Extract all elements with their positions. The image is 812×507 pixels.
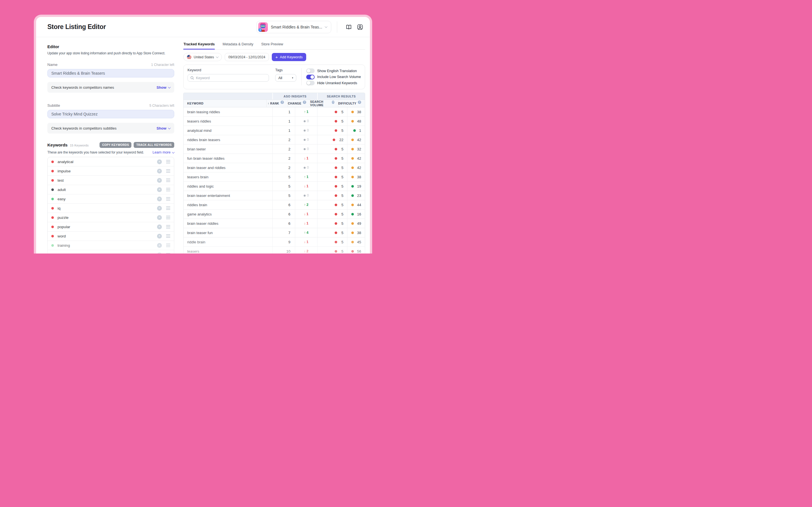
rank-header-label: RANK (270, 102, 279, 105)
remove-keyword-button[interactable]: ✕ (157, 243, 162, 248)
keyword-status-dot (51, 207, 54, 210)
keyword-label: puzzle (57, 216, 157, 220)
sort-arrow-icon[interactable]: ↑ (267, 102, 269, 105)
difficulty-value: 19 (357, 184, 361, 188)
row-keyword: brain teaser and riddles (184, 163, 272, 172)
remove-keyword-button[interactable]: ✕ (157, 187, 162, 192)
competitor-subtitles-panel: Check keywords in competitors subtitles … (47, 123, 174, 133)
group-header-search-results: SEARCH RESULTS (317, 93, 365, 100)
row-search-volume: 5 (317, 237, 347, 246)
country-label: United States (194, 55, 214, 59)
remove-keyword-button[interactable]: ✕ (157, 196, 162, 202)
filter-pill-row: United States 09/03/2024 - 12/01/2024 + … (183, 53, 365, 61)
country-selector[interactable]: United States (183, 53, 222, 61)
search-volume-info-icon[interactable]: ? (332, 101, 335, 104)
remove-keyword-button[interactable]: ✕ (157, 234, 162, 238)
tab-metadata-density[interactable]: Metadata & Density (222, 42, 253, 49)
account-button[interactable] (355, 22, 365, 32)
drag-handle-icon[interactable] (166, 243, 170, 247)
change-neutral-dot-icon (304, 167, 306, 169)
drag-handle-icon[interactable] (166, 159, 170, 164)
toggle-off-icon (306, 68, 315, 73)
remove-keyword-button[interactable]: ✕ (157, 178, 162, 183)
tab-store-preview[interactable]: Store Preview (261, 42, 284, 49)
row-keyword: riddles and logic (184, 182, 272, 191)
search-volume-value: 5 (342, 175, 343, 179)
remove-keyword-button[interactable]: ✕ (157, 252, 162, 253)
search-volume-dot (335, 129, 337, 132)
subtitle-input[interactable]: Solve Tricky Mind Quizzez (47, 110, 174, 118)
drag-handle-icon[interactable] (166, 169, 170, 173)
change-value: 1 (306, 184, 308, 188)
show-competitor-names-button[interactable]: Show (156, 86, 170, 90)
app-selector-dropdown[interactable]: A Smart Riddles & Brain Teas... (256, 21, 331, 33)
learn-more-label: Learn more (153, 151, 170, 154)
difficulty-value: 23 (357, 193, 361, 198)
keywords-header: Keywords 15 Keywords COPY KEYWORDS TRACK… (47, 142, 174, 148)
search-volume-value: 5 (342, 221, 343, 226)
difficulty-dot (351, 166, 354, 169)
remove-keyword-button[interactable]: ✕ (157, 159, 162, 164)
table-row: brain teaser riddles6↓1549 (184, 219, 365, 228)
toggle-hide-unranked-keywords[interactable]: Hide Unranked Keywords (306, 80, 361, 86)
toggle-label: Hide Unranked Keywords (317, 81, 357, 85)
chevron-down-icon (216, 55, 219, 58)
drag-handle-icon[interactable] (166, 196, 170, 201)
remove-keyword-button[interactable]: ✕ (157, 169, 162, 173)
drag-handle-icon[interactable] (166, 234, 170, 238)
rank-info-icon[interactable]: ? (281, 101, 284, 104)
remove-keyword-button[interactable]: ✕ (157, 215, 162, 220)
subtitle-section: Subtitle 5 Characters left Solve Tricky … (47, 103, 174, 133)
app-store-badge-icon: A (259, 29, 262, 32)
name-input[interactable]: Smart Riddles & Brain Teasers (47, 69, 174, 77)
difficulty-value: 45 (357, 240, 361, 244)
filters-divider (301, 68, 302, 86)
copy-keywords-button[interactable]: COPY KEYWORDS (100, 142, 132, 148)
tags-select-value: All (278, 76, 282, 80)
toggle-include-low-search-volume[interactable]: Include Low Search Volume (306, 75, 361, 79)
add-keywords-button[interactable]: + Add Keywords (272, 53, 306, 61)
keywords-count: 15 Keywords (70, 144, 89, 147)
drag-handle-icon[interactable] (166, 178, 170, 182)
date-range-selector[interactable]: 09/03/2024 - 12/01/2024 (225, 53, 269, 61)
change-value: 1 (306, 212, 308, 216)
row-change: 0 (295, 126, 317, 135)
change-value: 0 (307, 128, 309, 132)
drag-handle-icon[interactable] (166, 206, 170, 210)
difficulty-dot (351, 111, 354, 113)
tab-tracked-keywords[interactable]: Tracked Keywords (183, 42, 215, 49)
difficulty-info-icon[interactable]: ? (358, 101, 361, 104)
change-down-arrow-icon: ↓ (304, 249, 306, 253)
difficulty-value: 38 (357, 231, 361, 235)
keyword-search-box[interactable] (188, 74, 269, 82)
toggle-show-english-translation[interactable]: Show English Translation (306, 68, 361, 73)
drag-handle-icon[interactable] (166, 224, 170, 229)
row-search-volume: 5 (317, 191, 347, 200)
remove-keyword-button[interactable]: ✕ (157, 224, 162, 229)
keyword-label: test (57, 178, 157, 182)
row-rank: 2 (272, 135, 295, 144)
change-info-icon[interactable]: ? (303, 101, 306, 104)
tags-select[interactable]: All ▼ (275, 74, 296, 82)
keyword-list-item: iq✕ (48, 204, 174, 213)
search-volume-dot (335, 250, 337, 252)
drag-handle-icon[interactable] (166, 187, 170, 192)
search-volume-dot (335, 157, 337, 160)
show-competitor-subtitles-button[interactable]: Show (156, 126, 170, 130)
drag-handle-icon[interactable] (166, 252, 170, 253)
drag-handle-icon[interactable] (166, 215, 170, 220)
docs-button[interactable] (344, 22, 354, 32)
keywords-title-wrap: Keywords 15 Keywords (47, 143, 89, 147)
keyword-search-input[interactable] (196, 76, 266, 80)
column-header-keyword: KEYWORD (184, 100, 266, 107)
column-header-rank: ↑ RANK ? (266, 100, 288, 107)
remove-keyword-button[interactable]: ✕ (157, 206, 162, 211)
table-row: riddles brain6↑2544 (184, 200, 365, 210)
learn-more-link[interactable]: Learn more (153, 151, 174, 154)
keyword-status-dot (51, 179, 54, 182)
row-keyword: riddle brain (184, 237, 272, 246)
track-all-keywords-button[interactable]: TRACK ALL KEYWORDS (134, 142, 174, 148)
keyword-list-item: word✕ (48, 231, 174, 241)
search-volume-value: 5 (342, 119, 343, 123)
window-frame: Store Listing Editor A Smart Riddles & B… (34, 15, 372, 253)
